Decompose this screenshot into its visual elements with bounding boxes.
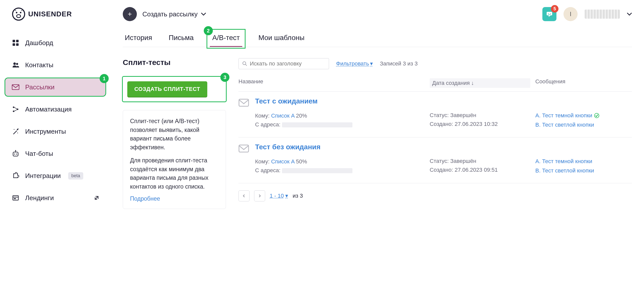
beta-badge: beta (68, 172, 83, 180)
pager-next-button[interactable] (254, 190, 265, 201)
table-header: Название Дата создания ↓ Сообщения (238, 76, 632, 92)
tab-templates[interactable]: Мои шаблоны (256, 31, 306, 47)
variant-a-link[interactable]: A. Тест темной кнопки (535, 157, 632, 166)
status-label: Статус: (430, 158, 449, 164)
variant-b-label: B. Тест светлой кнопки (535, 120, 594, 129)
pager-of-label: из (293, 193, 298, 199)
sidebar-item-dashboard[interactable]: Дашборд (5, 33, 106, 52)
column-header-messages[interactable]: Сообщения (530, 78, 632, 88)
step-badge-1: 1 (100, 74, 109, 83)
svg-rect-10 (16, 43, 19, 46)
sidebar: Дашборд Контакты 1 Рассылки Автоматизаци… (0, 28, 111, 287)
filter-link[interactable]: Фильтровать ▾ (336, 60, 373, 67)
from-label: С адреса: (255, 167, 280, 173)
pager-total: из 3 (293, 193, 303, 199)
sidebar-item-label: Инструменты (25, 128, 66, 135)
header-right: 5 I (542, 7, 632, 21)
svg-rect-19 (13, 152, 18, 156)
sidebar-item-label: Контакты (25, 61, 53, 69)
info-paragraph-1: Сплит-тест (или A/B-тест) позволяет выяв… (130, 117, 219, 152)
info-more-link[interactable]: Подробнее (130, 195, 160, 202)
tab-history[interactable]: История (123, 31, 154, 47)
svg-point-30 (594, 113, 599, 118)
user-name-redacted (585, 10, 620, 19)
to-label: Кому: (255, 113, 270, 119)
pager-total-value: 3 (300, 193, 303, 199)
sidebar-item-contacts[interactable]: Контакты (5, 55, 106, 75)
right-column: Фильтровать ▾ Записей 3 из 3 Название Да… (238, 58, 632, 209)
svg-rect-26 (14, 198, 16, 199)
sidebar-item-chatbots[interactable]: Чат-боты (5, 144, 106, 163)
info-paragraph-2: Для проведения сплит-теста создаётся как… (130, 156, 219, 191)
test-main-cell: Тест с ожиданием Кому: Список A 20% С ад… (255, 97, 430, 130)
svg-rect-8 (16, 40, 19, 42)
automation-icon (12, 105, 20, 113)
to-percent: 50% (296, 158, 307, 165)
from-label: С адреса: (255, 121, 280, 128)
test-row: Тест с ожиданием Кому: Список A 20% С ад… (238, 92, 632, 137)
user-avatar[interactable]: I (564, 7, 578, 21)
sidebar-item-landings[interactable]: Лендинги (5, 188, 106, 207)
created-label: Создано: (430, 167, 453, 173)
test-row: Тест без ожидания Кому: Список A 50% С а… (238, 137, 632, 183)
caret-down-icon: ▾ (285, 193, 288, 199)
created-label: Создано: (430, 121, 453, 127)
svg-point-20 (14, 154, 15, 155)
pager-prev-button[interactable] (238, 190, 250, 201)
puzzle-icon (12, 172, 20, 180)
svg-rect-29 (239, 99, 249, 106)
dashboard-icon (12, 39, 20, 47)
svg-point-17 (17, 133, 18, 133)
test-title-link[interactable]: Тест без ожидания (255, 143, 430, 151)
filter-row: Фильтровать ▾ Записей 3 из 3 (238, 58, 632, 69)
created-value: 27.06.2023 10:32 (455, 121, 498, 127)
svg-point-5 (548, 13, 549, 14)
search-box[interactable] (238, 58, 329, 69)
left-column: Сплит-тесты 3 СОЗДАТЬ СПЛИТ-ТЕСТ Сплит-т… (123, 58, 226, 209)
created-value: 27.06.2023 09:51 (455, 167, 498, 173)
sidebar-item-tools[interactable]: Инструменты (5, 122, 106, 141)
pager-range-dropdown[interactable]: 1 - 10 ▾ (270, 193, 288, 199)
tab-abtest[interactable]: 2 A/B-тест (208, 31, 244, 47)
test-status-cell: Статус: Завершён Создано: 27.06.2023 09:… (430, 143, 530, 175)
caret-down-icon: ▾ (370, 60, 373, 67)
to-list-link[interactable]: Список A (271, 158, 295, 165)
svg-point-21 (16, 154, 17, 155)
create-campaign-button[interactable]: + Создать рассылку (123, 7, 206, 21)
pagination: 1 - 10 ▾ из 3 (238, 190, 632, 201)
variant-a-label: A. Тест темной кнопки (535, 111, 592, 120)
column-header-name[interactable]: Название (238, 78, 430, 88)
tab-letters[interactable]: Письма (167, 31, 196, 47)
envelope-icon (238, 145, 251, 155)
logo[interactable]: UNISENDER (12, 8, 123, 21)
svg-rect-9 (13, 43, 15, 46)
variant-a-label: A. Тест темной кнопки (535, 157, 592, 166)
test-title-link[interactable]: Тест с ожиданием (255, 97, 430, 105)
plus-icon: + (123, 7, 137, 21)
sidebar-item-automation[interactable]: Автоматизация (5, 100, 106, 119)
to-label: Кому: (255, 158, 270, 165)
user-menu-chevron-icon[interactable] (627, 13, 632, 16)
column-header-date[interactable]: Дата создания ↓ (430, 78, 530, 88)
test-meta: Кому: Список A 20% С адреса: (255, 111, 430, 129)
search-input[interactable] (250, 60, 325, 67)
svg-point-27 (243, 62, 246, 65)
step-badge-3: 3 (220, 73, 229, 82)
to-list-link[interactable]: Список A (271, 113, 295, 119)
variant-b-link[interactable]: B. Тест светлой кнопки (535, 166, 632, 175)
variant-b-link[interactable]: B. Тест светлой кнопки (535, 120, 632, 129)
support-chat-button[interactable]: 5 (542, 7, 556, 21)
svg-point-11 (13, 62, 16, 65)
sidebar-item-label: Интеграции (25, 172, 61, 180)
create-split-test-button[interactable]: СОЗДАТЬ СПЛИТ-ТЕСТ (127, 81, 207, 97)
tools-icon (12, 127, 20, 135)
status-value: Завершён (450, 158, 476, 164)
svg-point-3 (17, 15, 21, 18)
sidebar-item-campaigns[interactable]: 1 Рассылки (5, 78, 106, 97)
svg-rect-7 (13, 40, 15, 42)
pager-range-text: 1 - 10 (270, 193, 284, 199)
sidebar-item-integrations[interactable]: Интеграции beta (5, 166, 106, 185)
sidebar-item-label: Рассылки (25, 83, 55, 91)
variant-a-link[interactable]: A. Тест темной кнопки (535, 111, 632, 120)
test-meta: Кому: Список A 50% С адреса: (255, 157, 430, 175)
